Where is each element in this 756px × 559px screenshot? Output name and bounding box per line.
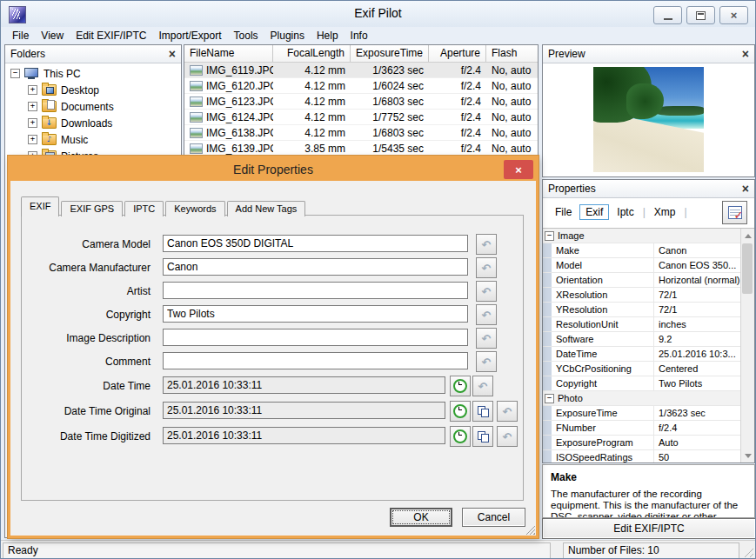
tree-item-documents[interactable]: +Documents <box>5 98 181 115</box>
dialog-tab-iptc[interactable]: IPTC <box>124 201 164 216</box>
ok-button[interactable]: OK <box>390 508 452 527</box>
clock-button[interactable] <box>450 401 471 422</box>
properties-tab-exif[interactable]: Exif <box>579 204 609 220</box>
properties-tab-file[interactable]: File <box>550 204 577 220</box>
collapse-icon[interactable]: − <box>545 394 554 403</box>
properties-tab-xmp[interactable]: Xmp <box>649 204 681 220</box>
input-date-time[interactable] <box>163 376 445 394</box>
collapse-icon[interactable]: − <box>10 69 20 78</box>
prop-row-copyright[interactable]: CopyrightTwo Pilots <box>543 376 741 391</box>
column-header-flash[interactable]: Flash <box>486 45 538 62</box>
expand-icon[interactable]: + <box>28 118 37 128</box>
properties-close-icon[interactable]: × <box>742 183 749 195</box>
prop-row-ycbcrpositioning[interactable]: YCbCrPositioningCentered <box>543 362 741 376</box>
dialog-resize-grip[interactable] <box>525 525 535 535</box>
file-row-img-6124-jpg[interactable]: IMG_6124.JPG4.12 mm1/7752 secf/2.4No, au… <box>184 110 538 125</box>
undo-button[interactable]: ↶ <box>476 281 497 302</box>
expand-icon[interactable]: + <box>28 102 37 111</box>
prop-row-isospeedratings[interactable]: ISOSpeedRatings50 <box>543 450 741 463</box>
menu-item-import-export[interactable]: Import/Export <box>153 29 228 43</box>
prop-group-photo[interactable]: −Photo <box>543 391 741 406</box>
prop-group-image[interactable]: −Image <box>543 229 741 243</box>
dialog-tab-keywords[interactable]: Keywords <box>165 201 224 216</box>
menu-item-view[interactable]: View <box>35 29 70 43</box>
input-camera-manufacturer[interactable] <box>163 258 468 276</box>
column-header-exposuretime[interactable]: ExposureTime <box>351 45 429 62</box>
input-copyright[interactable] <box>163 305 468 323</box>
choose-tags-button[interactable] <box>722 201 747 224</box>
column-header-filename[interactable]: FileName <box>184 45 273 62</box>
prop-row-make[interactable]: MakeCanon <box>543 243 741 258</box>
input-date-time-digitized[interactable] <box>163 427 445 444</box>
tree-item-desktop[interactable]: +Desktop <box>5 82 181 98</box>
dialog-tab-panel: Camera Model↶Camera Manufacturer↶Artist↶… <box>21 215 524 501</box>
menu-item-plugins[interactable]: Plugins <box>264 29 311 43</box>
undo-button[interactable]: ↶ <box>476 328 497 349</box>
clock-button[interactable] <box>450 426 471 447</box>
tree-item-music[interactable]: +♪Music <box>5 131 181 148</box>
undo-button[interactable]: ↶ <box>476 257 497 278</box>
prop-row-xresolution[interactable]: XResolution72/1 <box>543 288 741 303</box>
close-button[interactable]: × <box>719 6 748 24</box>
preview-image[interactable] <box>593 67 704 172</box>
scroll-down-button[interactable] <box>741 449 754 463</box>
copy-button[interactable] <box>472 401 493 422</box>
collapse-icon[interactable]: − <box>545 231 554 241</box>
file-row-img-6123-jpg[interactable]: IMG_6123.JPG4.12 mm1/6803 secf/2.4No, au… <box>184 94 538 110</box>
undo-button[interactable]: ↶ <box>476 304 497 325</box>
expand-icon[interactable]: + <box>28 135 37 144</box>
undo-button[interactable]: ↶ <box>472 376 493 396</box>
prop-row-fnumber[interactable]: FNumberf/2.4 <box>543 421 741 436</box>
preview-close-icon[interactable]: × <box>742 48 749 60</box>
menu-item-info[interactable]: Info <box>345 29 374 43</box>
expand-icon[interactable]: + <box>28 85 37 95</box>
column-header-aperture[interactable]: Aperture <box>429 45 486 62</box>
prop-row-datetime[interactable]: DateTime25.01.2016 10:3... <box>543 347 741 362</box>
input-comment[interactable] <box>163 352 468 369</box>
minimize-button[interactable] <box>653 6 682 24</box>
menu-item-edit-exif-iptc[interactable]: Edit EXIF/IPTC <box>70 29 152 43</box>
prop-row-resolutionunit[interactable]: ResolutionUnitinches <box>543 317 741 332</box>
input-date-time-original[interactable] <box>163 402 445 419</box>
tree-item-this-pc[interactable]: −This PC <box>5 65 181 82</box>
maximize-button[interactable] <box>686 6 715 24</box>
folders-close-icon[interactable]: × <box>169 48 176 60</box>
edit-exif-iptc-button[interactable]: Edit EXIF/IPTC <box>542 518 756 539</box>
prop-row-exposureprogram[interactable]: ExposureProgramAuto <box>543 436 741 450</box>
menu-item-help[interactable]: Help <box>311 29 345 43</box>
title-bar[interactable]: Exif Pilot × <box>1 1 755 27</box>
menu-item-tools[interactable]: Tools <box>228 29 264 43</box>
properties-tab-iptc[interactable]: Iptc <box>612 204 639 220</box>
undo-button[interactable]: ↶ <box>476 351 497 372</box>
input-artist[interactable] <box>163 282 468 299</box>
column-header-focallength[interactable]: FocalLength <box>273 45 351 62</box>
copy-button[interactable] <box>472 426 493 447</box>
dialog-tab-add-new-tags[interactable]: Add New Tags <box>227 201 306 216</box>
file-row-img-6139-jpg[interactable]: IMG_6139.JPG3.85 mm1/5435 secf/2.4No, au… <box>184 141 538 156</box>
file-row-img-6119-jpg[interactable]: IMG_6119.JPG4.12 mm1/3623 secf/2.4No, au… <box>184 63 538 78</box>
prop-row-orientation[interactable]: OrientationHorizontal (normal) <box>543 273 741 288</box>
dialog-tab-exif-gps[interactable]: EXIF GPS <box>61 201 123 216</box>
dialog-close-button[interactable]: × <box>504 160 533 179</box>
resize-grip[interactable] <box>742 546 753 557</box>
clock-button[interactable] <box>450 376 471 396</box>
prop-row-software[interactable]: Software9.2 <box>543 332 741 347</box>
file-row-img-6120-jpg[interactable]: IMG_6120.JPG4.12 mm1/6024 secf/2.4No, au… <box>184 78 538 94</box>
tree-item-downloads[interactable]: +↓Downloads <box>5 115 181 131</box>
menu-item-file[interactable]: File <box>6 29 35 43</box>
prop-row-model[interactable]: ModelCanon EOS 350... <box>543 258 741 273</box>
dialog-tab-exif[interactable]: EXIF <box>21 196 59 216</box>
undo-button[interactable]: ↶ <box>497 426 518 447</box>
dialog-title-bar[interactable]: Edit Properties <box>10 158 536 181</box>
input-camera-model[interactable] <box>163 235 468 252</box>
scroll-up-button[interactable] <box>741 229 754 243</box>
properties-scrollbar[interactable] <box>740 229 754 463</box>
undo-button[interactable]: ↶ <box>476 234 497 255</box>
prop-row-exposuretime[interactable]: ExposureTime1/3623 sec <box>543 406 741 421</box>
prop-row-yresolution[interactable]: YResolution72/1 <box>543 303 741 317</box>
undo-button[interactable]: ↶ <box>497 401 518 422</box>
cancel-button[interactable]: Cancel <box>462 508 525 527</box>
input-image-description[interactable] <box>163 329 468 346</box>
file-row-img-6138-jpg[interactable]: IMG_6138.JPG4.12 mm1/6803 secf/2.4No, au… <box>184 125 538 141</box>
scrollbar-thumb[interactable] <box>742 243 753 294</box>
